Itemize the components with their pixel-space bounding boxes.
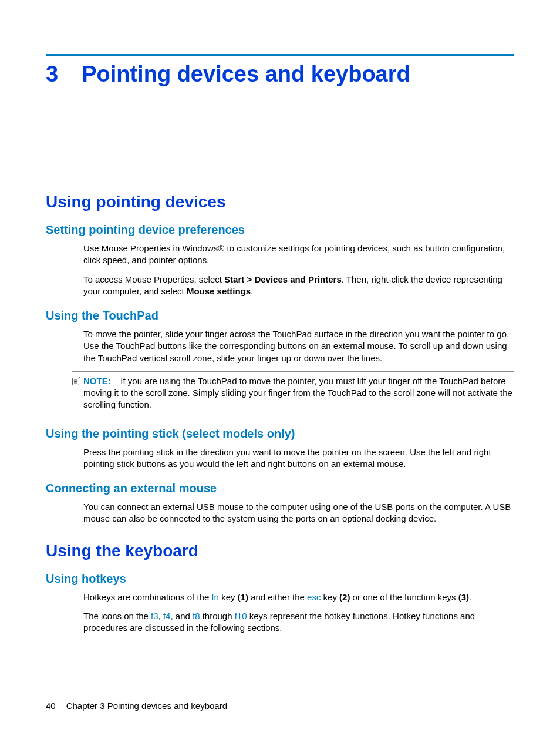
text: If you are using the TouchPad to move th… [83, 376, 512, 410]
chapter-title: Pointing devices and keyboard [82, 62, 410, 87]
text: . [469, 592, 471, 602]
bold-text: Mouse settings [187, 286, 251, 296]
text: . [251, 286, 253, 296]
key-f8: f8 [193, 611, 200, 621]
text: key [219, 592, 238, 602]
paragraph: To move the pointer, slide your finger a… [83, 328, 514, 364]
text: , [158, 611, 163, 621]
text: The icons on the [83, 611, 151, 621]
note-label: NOTE: [83, 376, 111, 386]
note-icon [72, 377, 81, 386]
key-esc: esc [307, 592, 321, 602]
subsection-using-touchpad: Using the TouchPad [46, 309, 514, 322]
key-fn: fn [211, 592, 219, 602]
section-using-keyboard: Using the keyboard [46, 542, 514, 560]
marker-3: (3) [458, 592, 469, 602]
text: Hotkeys are combinations of the [83, 592, 211, 602]
key-f10: f10 [235, 611, 247, 621]
footer-text: Chapter 3 Pointing devices and keyboard [66, 701, 227, 711]
chapter-header: 3 Pointing devices and keyboard [46, 54, 514, 87]
note-block: NOTE: If you are using the TouchPad to m… [72, 371, 514, 415]
paragraph: The icons on the f3, f4, and f8 through … [83, 610, 514, 634]
text: through [200, 611, 235, 621]
text: , and [170, 611, 193, 621]
paragraph: Press the pointing stick in the directio… [83, 446, 514, 471]
text: and either the [248, 592, 307, 602]
text: key [321, 592, 339, 602]
key-f4: f4 [163, 611, 171, 621]
chapter-number: 3 [46, 62, 58, 87]
paragraph: Use Mouse Properties in Windows® to cust… [83, 243, 514, 267]
document-page: 3 Pointing devices and keyboard Using po… [0, 0, 560, 746]
subsection-external-mouse: Connecting an external mouse [46, 482, 514, 495]
paragraph: To access Mouse Properties, select Start… [83, 274, 514, 298]
section-using-pointing-devices: Using pointing devices [46, 193, 514, 211]
subsection-pointing-stick: Using the pointing stick (select models … [46, 427, 514, 441]
bold-text: Start > Devices and Printers [224, 274, 342, 284]
subsection-setting-preferences: Setting pointing device preferences [46, 223, 514, 237]
paragraph: Hotkeys are combinations of the fn key (… [83, 592, 514, 603]
text: To access Mouse Properties, select [83, 274, 224, 284]
marker-2: (2) [339, 592, 350, 602]
paragraph: You can connect an external USB mouse to… [83, 501, 514, 525]
note-text: NOTE: If you are using the TouchPad to m… [83, 375, 514, 411]
marker-1: (1) [238, 592, 248, 602]
page-number: 40 [46, 701, 56, 711]
page-footer: 40Chapter 3 Pointing devices and keyboar… [46, 701, 227, 711]
key-f3: f3 [151, 611, 158, 621]
text: or one of the function keys [350, 592, 458, 602]
subsection-using-hotkeys: Using hotkeys [46, 572, 514, 586]
